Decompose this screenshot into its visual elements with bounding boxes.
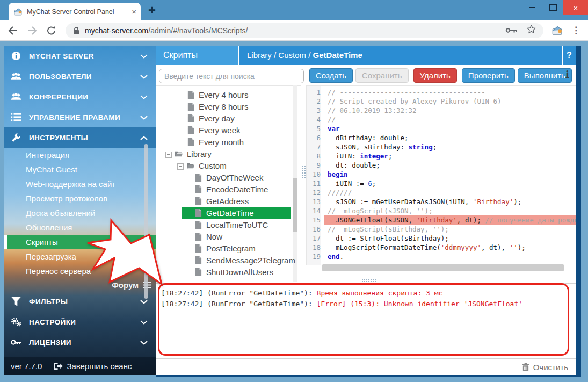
browser-tab[interactable]: MyChat Server Control Panel ×: [9, 3, 141, 20]
tab-close-icon[interactable]: ×: [132, 8, 136, 16]
clear-log-button[interactable]: Очистить: [522, 359, 568, 375]
tree-scrollbar: [293, 85, 297, 282]
create-button[interactable]: Создать: [309, 68, 353, 83]
line-number: 1: [307, 88, 324, 97]
log-prefix: [18:27:42] (RunError "GetDateTime"):: [161, 289, 317, 297]
file-icon: [194, 174, 203, 182]
sidebar-subitem[interactable]: Интеграция: [4, 148, 156, 162]
sidebar-item-filters[interactable]: ФИЛЬТРЫ: [4, 291, 156, 312]
sidebar-item-users[interactable]: ПОЛЬЗОВАТЕЛИ: [4, 66, 156, 87]
code-line-16: 16// mLogScript(sBirthday, '');: [307, 225, 576, 234]
info-icon: [11, 51, 24, 61]
line-number: 13: [307, 197, 324, 206]
browser-menu-icon[interactable]: ⋮: [571, 25, 580, 36]
trash-icon: [522, 363, 529, 371]
logout-button[interactable]: Завершить сеанс: [54, 362, 132, 371]
file-icon: [187, 126, 195, 134]
tree-item-Every 4 hours[interactable]: Every 4 hours: [156, 89, 301, 100]
code-text: dt: double;: [324, 161, 576, 170]
info-icon[interactable]: i: [565, 68, 569, 80]
back-icon[interactable]: [8, 25, 18, 36]
run-button[interactable]: Выполнить: [518, 68, 572, 83]
sidebar-subitem[interactable]: Web-поддержка на сайт: [4, 177, 156, 191]
line-number: 16: [307, 225, 324, 234]
collapse-icon[interactable]: [177, 162, 184, 169]
sidebar-item-settings[interactable]: НАСТРОЙКИ: [4, 312, 156, 332]
help-button[interactable]: ?: [562, 46, 576, 65]
clear-log-label: Очистить: [533, 363, 568, 372]
mychat-extension-icon[interactable]: [552, 25, 563, 36]
save-button[interactable]: Сохранить: [355, 68, 409, 83]
sidebar-item-conferences[interactable]: КОНФЕРЕНЦИИ: [4, 87, 156, 107]
line-number: 18: [307, 243, 324, 252]
editor-hscrollbar-thumb[interactable]: [322, 264, 564, 271]
password-key-icon[interactable]: [505, 26, 517, 35]
tree-item-EncodeDateTime[interactable]: EncodeDateTime: [156, 183, 301, 195]
chevron-down-icon: [140, 92, 148, 102]
line-number: 3: [307, 106, 324, 115]
tree-item-PostTelegram[interactable]: PostTelegram: [156, 242, 301, 254]
tree-item-DayOfTheWeek[interactable]: DayOfTheWeek: [156, 171, 301, 183]
code-line-5: 5var: [307, 124, 576, 133]
file-icon: [194, 233, 203, 241]
tree-item-Now[interactable]: Now: [156, 230, 301, 242]
line-number: 10: [307, 170, 324, 179]
admin-page: MYCHAT SERVERПОЛЬЗОВАТЕЛИКОНФЕРЕНЦИИУПРА…: [0, 41, 588, 382]
sidebar-item-label: ЛИЦЕНЗИИ: [24, 338, 140, 347]
code-text: sJSON := mGetUserDataAsJSON(iUIN, 'Birth…: [324, 197, 576, 206]
tree-item-LocalTimeToUTC[interactable]: LocalTimeToUTC: [156, 219, 301, 230]
sidebar-subitem[interactable]: Просмотр протоколов: [4, 191, 156, 206]
sidebar-nav-top: MYCHAT SERVERПОЛЬЗОВАТЕЛИКОНФЕРЕНЦИИУПРА…: [4, 46, 156, 148]
version-label: ver 7.7.0: [11, 362, 42, 371]
sidebar-item-tools[interactable]: ИНСТРУМЕНТЫ: [4, 127, 156, 148]
code-line-11: 11 iUIN := 6;: [307, 179, 576, 188]
delete-button[interactable]: Удалить: [413, 68, 457, 83]
tree-item-label: Every month: [199, 138, 244, 147]
tree-item-SendMessage2Telegram[interactable]: SendMessage2Telegram: [156, 254, 301, 266]
code-line-13: 13 sJSON := mGetUserDataAsJSON(iUIN, 'Bi…: [307, 197, 576, 206]
file-icon: [187, 103, 195, 111]
check-button[interactable]: Проверить: [462, 68, 515, 83]
code-editor[interactable]: 1// ------------------------------------…: [306, 85, 576, 265]
gears-icon: [11, 316, 24, 327]
tree-item-label: Every week: [199, 126, 241, 135]
tree-scrollbar-thumb[interactable]: [293, 178, 297, 232]
maximize-button[interactable]: [543, 4, 563, 11]
sidebar-item-mychat-server[interactable]: MYCHAT SERVER: [4, 46, 156, 66]
tree-item-Every month[interactable]: Every month: [156, 136, 301, 148]
sidebar-item-label: НАСТРОЙКИ: [24, 318, 140, 326]
url-bar[interactable]: mychat-server.com/admin/#/navTools/MCScr…: [66, 23, 543, 38]
line-number: 14: [307, 206, 324, 215]
tree-item-Every day[interactable]: Every day: [156, 112, 301, 124]
tree-item-Every 8 hours[interactable]: Every 8 hours: [156, 100, 301, 112]
tree-item-Custom[interactable]: Custom: [156, 160, 301, 171]
sidebar-subitem[interactable]: MyChat Guest: [4, 162, 156, 177]
collapse-icon[interactable]: [165, 150, 172, 157]
log-message: Время выполнения скрипта: 3 мс: [317, 289, 443, 297]
log-message: [Error] (15:3): Unknown identifier 'JSON…: [317, 300, 523, 308]
tree-item-GetDateTime[interactable]: GetDateTime: [156, 207, 301, 219]
vertical-splitter[interactable]: [301, 85, 306, 282]
users-icon: [11, 91, 24, 102]
close-button[interactable]: ×: [563, 0, 588, 15]
key-icon: [11, 337, 24, 348]
log-splitter-handle-icon[interactable]: [361, 278, 376, 282]
tree-item-ShutDownAllUsers[interactable]: ShutDownAllUsers: [156, 266, 301, 278]
sidebar-item-licenses[interactable]: ЛИЦЕНЗИИ: [4, 332, 156, 352]
search-input[interactable]: [159, 69, 304, 83]
new-tab-button[interactable]: +: [148, 2, 156, 18]
bookmark-star-icon[interactable]: [527, 25, 536, 36]
code-line-1: 1// ------------------------------------: [307, 88, 576, 97]
reload-icon[interactable]: [46, 25, 57, 36]
file-icon: [187, 138, 195, 146]
tab-title: MyChat Server Control Panel: [27, 8, 127, 16]
chevron-down-icon: [140, 51, 148, 61]
minimize-button[interactable]: [521, 7, 543, 8]
sidebar-item-label: ФИЛЬТРЫ: [24, 298, 140, 306]
tree-item-Every week[interactable]: Every week: [156, 124, 301, 136]
tree-item-Library[interactable]: Library: [156, 148, 301, 160]
tree-item-label: ShutDownAllUsers: [206, 268, 273, 277]
sidebar-item-permissions[interactable]: УПРАВЛЕНИЕ ПРАВАМИ: [4, 107, 156, 127]
tree-item-GetAddress[interactable]: GetAddress: [156, 195, 301, 207]
forward-icon[interactable]: [27, 25, 38, 36]
